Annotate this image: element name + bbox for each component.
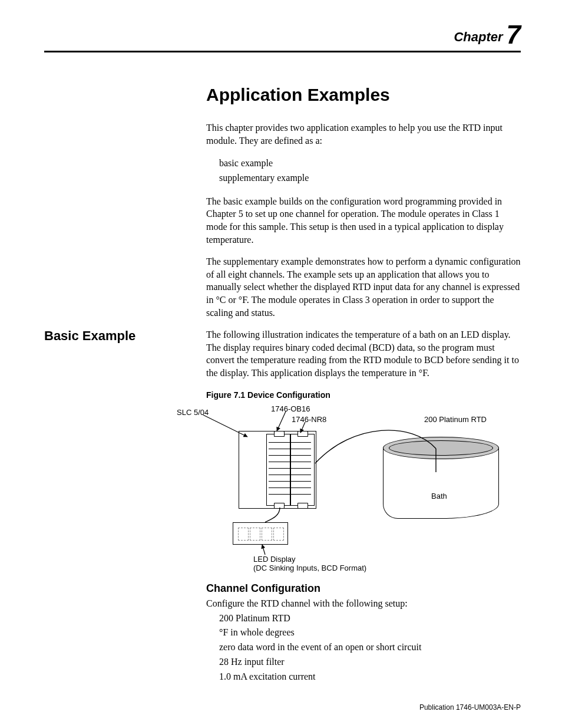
config-item-filter: 28 Hz input filter: [219, 655, 521, 670]
intro-para-3: The supplementary example demonstrates h…: [206, 255, 521, 319]
publication-id: Publication 1746-UM003A-EN-P: [419, 703, 521, 711]
figure-title: Figure 7.1 Device Configuration: [206, 390, 521, 400]
chapter-word: Chapter: [454, 29, 503, 44]
config-item-degrees: °F in whole degrees: [219, 625, 521, 640]
figure-device-configuration: SLC 5/04 1746-OB16 1746-NR8 200 Platinum…: [177, 404, 507, 575]
chapter-number: 7: [507, 20, 521, 49]
diagram-overlay: [177, 404, 507, 575]
svg-line-1: [277, 411, 286, 431]
svg-line-0: [203, 415, 247, 437]
chapter-header: Chapter7: [44, 18, 521, 47]
intro-para-1: This chapter provides two application ex…: [206, 121, 521, 147]
basic-para: The following illustration indicates the…: [206, 328, 521, 379]
header-rule: [44, 51, 521, 52]
channel-lead: Configure the RTD channel with the follo…: [206, 598, 521, 609]
intro-item-supplementary: supplementary example: [219, 171, 521, 186]
intro-item-basic: basic example: [219, 156, 521, 171]
svg-line-2: [300, 422, 305, 433]
config-item-rtd: 200 Platinum RTD: [219, 611, 521, 626]
svg-line-3: [262, 545, 265, 555]
subheading-channel-config: Channel Configuration: [206, 582, 521, 595]
config-item-excitation: 1.0 mA excitation current: [219, 670, 521, 684]
config-item-zero: zero data word in the event of an open o…: [219, 640, 521, 655]
intro-para-2: The basic example builds on the configur…: [206, 195, 521, 246]
section-heading-basic: Basic Example: [44, 328, 206, 344]
page-title: Application Examples: [206, 85, 521, 105]
